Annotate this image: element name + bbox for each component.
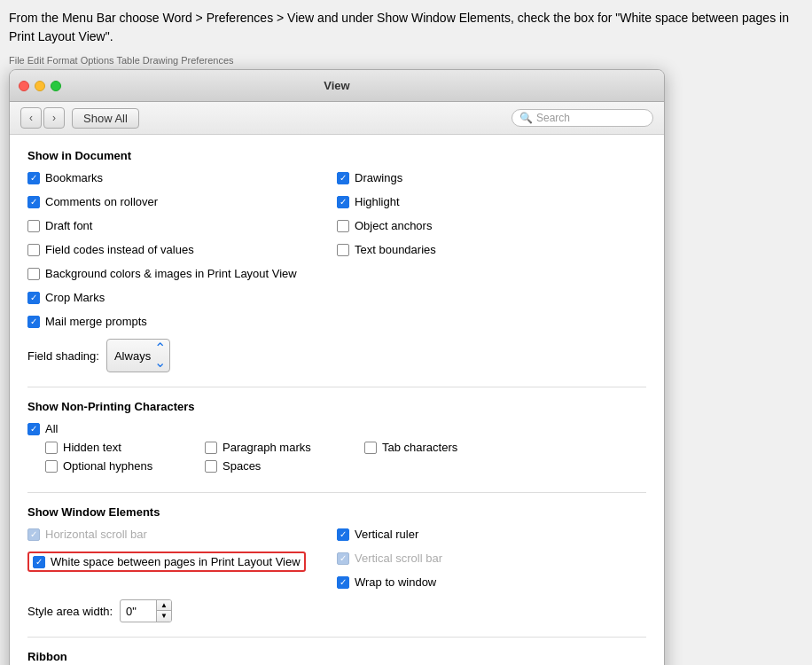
- show-in-document-title: Show in Document: [27, 149, 646, 162]
- toolbar: ‹ › Show All 🔍 Search: [10, 102, 664, 135]
- all-checkbox[interactable]: [27, 423, 40, 435]
- show-in-document-right-col: Drawings Highlight Object anchors Text b…: [337, 171, 646, 333]
- vertical-scrollbar-label: Vertical scroll bar: [355, 552, 442, 565]
- crop-marks-label: Crop Marks: [45, 291, 105, 304]
- window-elements-grid: Horizontal scroll bar White space betwee…: [27, 528, 646, 594]
- wrap-to-window-checkbox[interactable]: [337, 576, 349, 589]
- drawings-checkbox[interactable]: [337, 172, 349, 184]
- highlight-checkbox[interactable]: [337, 196, 349, 208]
- divider-2: [27, 492, 646, 493]
- search-box[interactable]: 🔍 Search: [511, 109, 653, 127]
- hidden-text-checkbox[interactable]: [45, 442, 58, 454]
- list-item: Highlight: [337, 195, 646, 208]
- non-printing-right: Tab characters: [347, 441, 506, 478]
- section-window-elements: Show Window Elements Horizontal scroll b…: [27, 505, 646, 622]
- field-codes-label: Field codes instead of values: [45, 243, 194, 256]
- style-area-stepper: ▲ ▼: [156, 600, 171, 622]
- crop-marks-checkbox[interactable]: [27, 292, 40, 304]
- show-all-button[interactable]: Show All: [72, 108, 139, 129]
- field-codes-checkbox[interactable]: [27, 244, 40, 256]
- list-item: Spaces: [187, 459, 347, 473]
- mail-merge-label: Mail merge prompts: [45, 315, 147, 328]
- list-item: Paragraph marks: [187, 441, 347, 454]
- non-printing-title: Show Non-Printing Characters: [27, 400, 646, 413]
- spaces-label: Spaces: [223, 459, 261, 473]
- wrap-to-window-label: Wrap to window: [355, 575, 436, 589]
- list-item: All: [27, 422, 646, 435]
- search-icon: 🔍: [519, 112, 533, 124]
- draft-font-checkbox[interactable]: [27, 220, 40, 232]
- menu-bar-hint: File Edit Format Options Table Drawing P…: [9, 55, 803, 66]
- show-in-document-grid: Bookmarks Comments on rollover Draft fon…: [27, 171, 646, 333]
- background-colors-checkbox[interactable]: [27, 268, 40, 280]
- list-item: Text boundaries: [337, 243, 646, 256]
- stepper-down-button[interactable]: ▼: [157, 611, 171, 622]
- optional-hyphens-checkbox[interactable]: [45, 460, 58, 473]
- vertical-scrollbar-checkbox[interactable]: [337, 552, 349, 565]
- list-item: Mail merge prompts: [27, 315, 337, 328]
- field-shading-row: Field shading: Always ⌃⌄: [27, 339, 646, 372]
- list-item: Horizontal scroll bar: [27, 528, 337, 541]
- tab-characters-checkbox[interactable]: [364, 442, 377, 454]
- minimize-button[interactable]: [35, 81, 45, 91]
- non-printing-left: Hidden text Optional hyphens: [27, 441, 187, 478]
- white-space-label: White space between pages in Print Layou…: [51, 555, 301, 568]
- paragraph-marks-label: Paragraph marks: [223, 441, 311, 454]
- list-item: Tab characters: [347, 441, 506, 454]
- white-space-checkbox[interactable]: [33, 556, 45, 568]
- horizontal-scrollbar-checkbox[interactable]: [27, 528, 40, 541]
- field-shading-value: Always: [114, 349, 151, 363]
- paragraph-marks-checkbox[interactable]: [205, 442, 217, 454]
- divider-1: [27, 387, 646, 387]
- text-boundaries-label: Text boundaries: [355, 243, 436, 256]
- select-arrow-icon: ⌃⌄: [154, 341, 166, 370]
- list-item: Vertical scroll bar: [337, 552, 646, 565]
- hidden-text-label: Hidden text: [63, 441, 121, 454]
- maximize-button[interactable]: [51, 81, 61, 91]
- white-space-highlighted-row: White space between pages in Print Layou…: [27, 552, 306, 572]
- non-printing-middle: Paragraph marks Spaces: [187, 441, 347, 478]
- list-item: Crop Marks: [27, 291, 337, 304]
- list-item: Draft font: [27, 219, 337, 232]
- background-colors-label: Background colors & images in Print Layo…: [45, 267, 297, 280]
- style-area-value[interactable]: [121, 603, 156, 620]
- object-anchors-checkbox[interactable]: [337, 220, 349, 232]
- preferences-window: View ‹ › Show All 🔍 Search Show in Docum…: [9, 69, 665, 665]
- close-button[interactable]: [19, 81, 29, 91]
- list-item: Hidden text: [27, 441, 187, 454]
- show-in-document-left-col: Bookmarks Comments on rollover Draft fon…: [27, 171, 337, 333]
- back-button[interactable]: ‹: [20, 107, 42, 129]
- mail-merge-checkbox[interactable]: [27, 316, 40, 328]
- comments-checkbox[interactable]: [27, 196, 40, 208]
- forward-button[interactable]: ›: [43, 107, 65, 129]
- non-printing-grid: Hidden text Optional hyphens Paragraph m…: [27, 441, 646, 478]
- list-item: Background colors & images in Print Layo…: [27, 267, 337, 280]
- text-boundaries-checkbox[interactable]: [337, 244, 349, 256]
- title-bar: View: [10, 70, 664, 102]
- bookmarks-checkbox[interactable]: [27, 172, 40, 184]
- nav-buttons: ‹ ›: [20, 107, 65, 129]
- style-area-input[interactable]: ▲ ▼: [120, 599, 172, 622]
- list-item: Comments on rollover: [27, 195, 337, 208]
- optional-hyphens-label: Optional hyphens: [63, 459, 152, 473]
- list-item: White space between pages in Print Layou…: [27, 552, 337, 572]
- field-shading-label: Field shading:: [27, 349, 99, 363]
- instruction-text: From the Menu Bar choose Word > Preferen…: [9, 9, 803, 46]
- window-elements-left: Horizontal scroll bar White space betwee…: [27, 528, 337, 594]
- spaces-checkbox[interactable]: [205, 460, 217, 473]
- window-title: View: [324, 79, 349, 92]
- vertical-ruler-label: Vertical ruler: [355, 528, 418, 541]
- ribbon-title: Ribbon: [27, 650, 646, 663]
- section-ribbon: Ribbon Show developer tab Show group tit…: [27, 650, 646, 665]
- tab-characters-label: Tab characters: [382, 441, 457, 454]
- list-item: Bookmarks: [27, 171, 337, 184]
- section-show-in-document: Show in Document Bookmarks Comments on r…: [27, 149, 646, 372]
- field-shading-select[interactable]: Always ⌃⌄: [106, 339, 170, 372]
- list-item: Vertical ruler: [337, 528, 646, 541]
- section-non-printing: Show Non-Printing Characters All Hidden …: [27, 400, 646, 478]
- stepper-up-button[interactable]: ▲: [157, 600, 171, 611]
- horizontal-scrollbar-label: Horizontal scroll bar: [45, 528, 147, 541]
- vertical-ruler-checkbox[interactable]: [337, 528, 349, 541]
- list-item: Drawings: [337, 171, 646, 184]
- bookmarks-label: Bookmarks: [45, 171, 103, 184]
